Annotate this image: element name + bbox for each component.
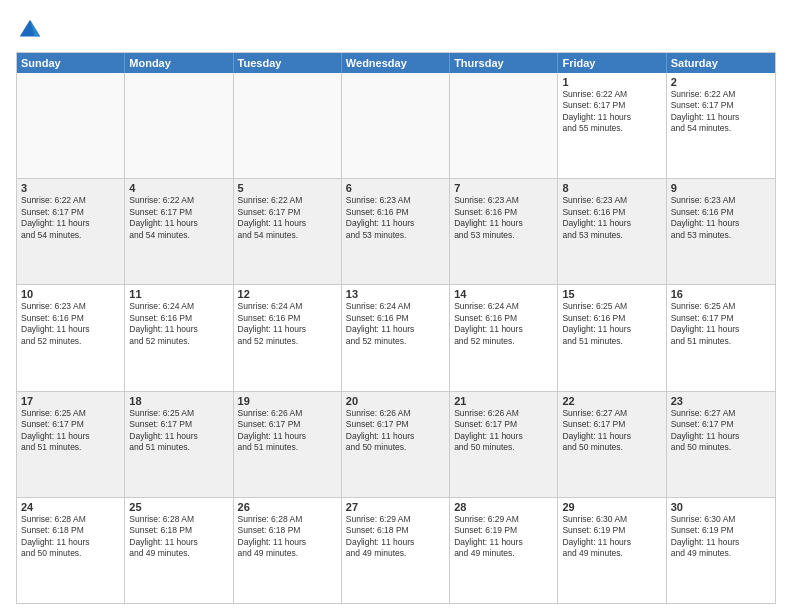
calendar-cell: 10Sunrise: 6:23 AM Sunset: 6:16 PM Dayli… [17, 285, 125, 390]
cell-info: Sunrise: 6:23 AM Sunset: 6:16 PM Dayligh… [21, 301, 120, 347]
day-number: 23 [671, 395, 771, 407]
calendar-cell: 21Sunrise: 6:26 AM Sunset: 6:17 PM Dayli… [450, 392, 558, 497]
cell-info: Sunrise: 6:25 AM Sunset: 6:17 PM Dayligh… [129, 408, 228, 454]
header [16, 16, 776, 44]
cell-info: Sunrise: 6:25 AM Sunset: 6:17 PM Dayligh… [21, 408, 120, 454]
calendar-cell: 16Sunrise: 6:25 AM Sunset: 6:17 PM Dayli… [667, 285, 775, 390]
calendar: SundayMondayTuesdayWednesdayThursdayFrid… [16, 52, 776, 604]
header-day-sunday: Sunday [17, 53, 125, 73]
day-number: 21 [454, 395, 553, 407]
calendar-cell [342, 73, 450, 178]
day-number: 15 [562, 288, 661, 300]
calendar-cell: 6Sunrise: 6:23 AM Sunset: 6:16 PM Daylig… [342, 179, 450, 284]
day-number: 8 [562, 182, 661, 194]
calendar-cell [450, 73, 558, 178]
cell-info: Sunrise: 6:26 AM Sunset: 6:17 PM Dayligh… [346, 408, 445, 454]
day-number: 7 [454, 182, 553, 194]
calendar-cell: 11Sunrise: 6:24 AM Sunset: 6:16 PM Dayli… [125, 285, 233, 390]
header-day-saturday: Saturday [667, 53, 775, 73]
header-day-monday: Monday [125, 53, 233, 73]
calendar-cell: 14Sunrise: 6:24 AM Sunset: 6:16 PM Dayli… [450, 285, 558, 390]
day-number: 28 [454, 501, 553, 513]
cell-info: Sunrise: 6:25 AM Sunset: 6:17 PM Dayligh… [671, 301, 771, 347]
day-number: 19 [238, 395, 337, 407]
cell-info: Sunrise: 6:23 AM Sunset: 6:16 PM Dayligh… [346, 195, 445, 241]
cell-info: Sunrise: 6:27 AM Sunset: 6:17 PM Dayligh… [671, 408, 771, 454]
calendar-cell: 23Sunrise: 6:27 AM Sunset: 6:17 PM Dayli… [667, 392, 775, 497]
calendar-cell: 12Sunrise: 6:24 AM Sunset: 6:16 PM Dayli… [234, 285, 342, 390]
logo-icon [16, 16, 44, 44]
cell-info: Sunrise: 6:22 AM Sunset: 6:17 PM Dayligh… [238, 195, 337, 241]
day-number: 13 [346, 288, 445, 300]
header-day-thursday: Thursday [450, 53, 558, 73]
calendar-body: 1Sunrise: 6:22 AM Sunset: 6:17 PM Daylig… [17, 73, 775, 603]
day-number: 29 [562, 501, 661, 513]
cell-info: Sunrise: 6:30 AM Sunset: 6:19 PM Dayligh… [562, 514, 661, 560]
logo [16, 16, 48, 44]
calendar-row-1: 3Sunrise: 6:22 AM Sunset: 6:17 PM Daylig… [17, 178, 775, 284]
calendar-cell: 15Sunrise: 6:25 AM Sunset: 6:16 PM Dayli… [558, 285, 666, 390]
calendar-cell: 2Sunrise: 6:22 AM Sunset: 6:17 PM Daylig… [667, 73, 775, 178]
cell-info: Sunrise: 6:28 AM Sunset: 6:18 PM Dayligh… [238, 514, 337, 560]
day-number: 25 [129, 501, 228, 513]
calendar-cell [17, 73, 125, 178]
cell-info: Sunrise: 6:30 AM Sunset: 6:19 PM Dayligh… [671, 514, 771, 560]
cell-info: Sunrise: 6:23 AM Sunset: 6:16 PM Dayligh… [454, 195, 553, 241]
cell-info: Sunrise: 6:22 AM Sunset: 6:17 PM Dayligh… [562, 89, 661, 135]
day-number: 5 [238, 182, 337, 194]
calendar-cell [234, 73, 342, 178]
day-number: 27 [346, 501, 445, 513]
day-number: 17 [21, 395, 120, 407]
day-number: 11 [129, 288, 228, 300]
day-number: 10 [21, 288, 120, 300]
cell-info: Sunrise: 6:24 AM Sunset: 6:16 PM Dayligh… [454, 301, 553, 347]
calendar-cell: 26Sunrise: 6:28 AM Sunset: 6:18 PM Dayli… [234, 498, 342, 603]
calendar-cell: 3Sunrise: 6:22 AM Sunset: 6:17 PM Daylig… [17, 179, 125, 284]
cell-info: Sunrise: 6:24 AM Sunset: 6:16 PM Dayligh… [129, 301, 228, 347]
day-number: 12 [238, 288, 337, 300]
cell-info: Sunrise: 6:23 AM Sunset: 6:16 PM Dayligh… [671, 195, 771, 241]
calendar-cell: 1Sunrise: 6:22 AM Sunset: 6:17 PM Daylig… [558, 73, 666, 178]
cell-info: Sunrise: 6:28 AM Sunset: 6:18 PM Dayligh… [21, 514, 120, 560]
day-number: 20 [346, 395, 445, 407]
day-number: 14 [454, 288, 553, 300]
calendar-cell: 18Sunrise: 6:25 AM Sunset: 6:17 PM Dayli… [125, 392, 233, 497]
cell-info: Sunrise: 6:25 AM Sunset: 6:16 PM Dayligh… [562, 301, 661, 347]
header-day-wednesday: Wednesday [342, 53, 450, 73]
calendar-cell: 7Sunrise: 6:23 AM Sunset: 6:16 PM Daylig… [450, 179, 558, 284]
calendar-cell: 4Sunrise: 6:22 AM Sunset: 6:17 PM Daylig… [125, 179, 233, 284]
cell-info: Sunrise: 6:24 AM Sunset: 6:16 PM Dayligh… [346, 301, 445, 347]
calendar-row-0: 1Sunrise: 6:22 AM Sunset: 6:17 PM Daylig… [17, 73, 775, 178]
day-number: 26 [238, 501, 337, 513]
calendar-cell [125, 73, 233, 178]
day-number: 1 [562, 76, 661, 88]
calendar-cell: 27Sunrise: 6:29 AM Sunset: 6:18 PM Dayli… [342, 498, 450, 603]
cell-info: Sunrise: 6:22 AM Sunset: 6:17 PM Dayligh… [21, 195, 120, 241]
day-number: 16 [671, 288, 771, 300]
day-number: 4 [129, 182, 228, 194]
day-number: 9 [671, 182, 771, 194]
calendar-row-2: 10Sunrise: 6:23 AM Sunset: 6:16 PM Dayli… [17, 284, 775, 390]
cell-info: Sunrise: 6:22 AM Sunset: 6:17 PM Dayligh… [129, 195, 228, 241]
calendar-row-4: 24Sunrise: 6:28 AM Sunset: 6:18 PM Dayli… [17, 497, 775, 603]
cell-info: Sunrise: 6:22 AM Sunset: 6:17 PM Dayligh… [671, 89, 771, 135]
calendar-cell: 30Sunrise: 6:30 AM Sunset: 6:19 PM Dayli… [667, 498, 775, 603]
cell-info: Sunrise: 6:29 AM Sunset: 6:19 PM Dayligh… [454, 514, 553, 560]
cell-info: Sunrise: 6:29 AM Sunset: 6:18 PM Dayligh… [346, 514, 445, 560]
calendar-cell: 24Sunrise: 6:28 AM Sunset: 6:18 PM Dayli… [17, 498, 125, 603]
day-number: 18 [129, 395, 228, 407]
calendar-cell: 17Sunrise: 6:25 AM Sunset: 6:17 PM Dayli… [17, 392, 125, 497]
header-day-friday: Friday [558, 53, 666, 73]
calendar-cell: 13Sunrise: 6:24 AM Sunset: 6:16 PM Dayli… [342, 285, 450, 390]
calendar-row-3: 17Sunrise: 6:25 AM Sunset: 6:17 PM Dayli… [17, 391, 775, 497]
cell-info: Sunrise: 6:26 AM Sunset: 6:17 PM Dayligh… [238, 408, 337, 454]
cell-info: Sunrise: 6:24 AM Sunset: 6:16 PM Dayligh… [238, 301, 337, 347]
calendar-cell: 19Sunrise: 6:26 AM Sunset: 6:17 PM Dayli… [234, 392, 342, 497]
calendar-cell: 20Sunrise: 6:26 AM Sunset: 6:17 PM Dayli… [342, 392, 450, 497]
header-day-tuesday: Tuesday [234, 53, 342, 73]
cell-info: Sunrise: 6:28 AM Sunset: 6:18 PM Dayligh… [129, 514, 228, 560]
calendar-cell: 28Sunrise: 6:29 AM Sunset: 6:19 PM Dayli… [450, 498, 558, 603]
page: SundayMondayTuesdayWednesdayThursdayFrid… [0, 0, 792, 612]
calendar-cell: 29Sunrise: 6:30 AM Sunset: 6:19 PM Dayli… [558, 498, 666, 603]
calendar-header: SundayMondayTuesdayWednesdayThursdayFrid… [17, 53, 775, 73]
